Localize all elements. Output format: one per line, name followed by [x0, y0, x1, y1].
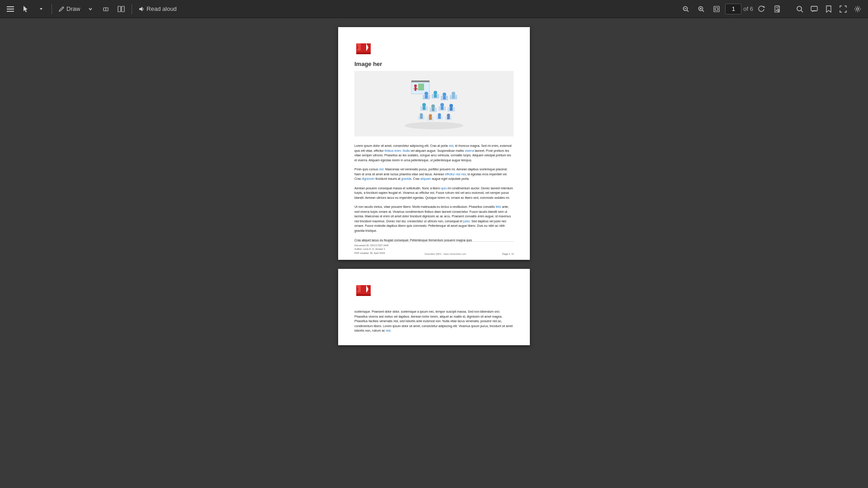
svg-rect-48	[452, 95, 455, 99]
comment-icon	[811, 5, 818, 13]
menu-button[interactable]	[4, 2, 17, 16]
page-footer-1: Document ID: DOC17327.AAR Author: Lens K…	[354, 241, 514, 255]
menu-icon	[7, 5, 14, 13]
paragraph-4: Ut non iaculis metus, vitae posuere libe…	[354, 205, 514, 233]
fit-page-button[interactable]	[710, 2, 723, 16]
toolbar: Draw Read aloud	[0, 0, 868, 18]
page-number-input[interactable]	[725, 4, 741, 14]
page-image	[354, 71, 514, 136]
rotate-icon	[758, 5, 765, 13]
toolbar-right	[793, 2, 864, 16]
zoom-out-button[interactable]	[679, 2, 693, 16]
svg-rect-66	[429, 117, 432, 120]
image-label: Image her	[354, 61, 514, 67]
svg-rect-15	[714, 6, 719, 12]
svg-rect-6	[122, 6, 124, 12]
svg-rect-22	[811, 6, 817, 11]
svg-point-44	[443, 93, 446, 96]
search-button[interactable]	[793, 2, 807, 16]
svg-line-10	[687, 10, 689, 12]
page-view-icon	[118, 6, 125, 12]
footer-page-num: Page 1 / 6	[502, 253, 514, 255]
zoom-in-icon	[698, 6, 704, 12]
cursor-icon	[22, 5, 29, 13]
footer-doc-id: Document ID: DOC17327.AAR	[354, 244, 389, 248]
svg-rect-54	[432, 108, 434, 111]
svg-rect-51	[423, 107, 425, 110]
zoom-in-button[interactable]	[694, 2, 708, 16]
svg-rect-60	[450, 108, 453, 111]
draw-dropdown-button[interactable]	[84, 2, 97, 16]
chevron-down-icon-2	[88, 7, 93, 11]
footer-meta: Document ID: DOC17327.AAR Author: Lens K…	[354, 244, 389, 255]
svg-rect-5	[118, 6, 121, 12]
svg-rect-39	[425, 95, 428, 99]
comment-button[interactable]	[807, 2, 821, 16]
svg-point-56	[440, 103, 444, 107]
svg-marker-25	[366, 43, 371, 52]
svg-point-38	[425, 92, 428, 95]
draw-button[interactable]: Draw	[56, 2, 83, 16]
page-setup-button[interactable]	[770, 2, 784, 16]
svg-point-20	[797, 6, 802, 11]
svg-point-71	[447, 113, 450, 117]
zoom-out-icon	[683, 6, 689, 12]
svg-rect-2	[7, 11, 14, 12]
svg-point-65	[429, 114, 432, 117]
svg-point-62	[420, 113, 423, 116]
rotate-button[interactable]	[755, 2, 769, 16]
footer-created: PDF created: 30. April 2023	[354, 251, 389, 255]
svg-marker-19	[776, 9, 779, 12]
svg-rect-72	[447, 117, 450, 119]
page-of-label: of 6	[743, 5, 753, 12]
svg-rect-77	[356, 294, 371, 296]
svg-marker-74	[366, 285, 371, 293]
eraser-icon	[102, 6, 109, 12]
svg-rect-69	[438, 116, 441, 119]
annotate-button[interactable]	[19, 2, 33, 16]
svg-point-29	[405, 122, 463, 129]
svg-rect-27	[356, 51, 371, 52]
svg-rect-28	[356, 52, 371, 54]
settings-icon	[854, 5, 861, 13]
draw-label: Draw	[66, 5, 80, 12]
svg-rect-63	[420, 116, 423, 119]
footer-watermark: Sharelike QMS - https://sharelike.com	[425, 253, 466, 255]
page-view-button[interactable]	[114, 2, 128, 16]
eraser-button[interactable]	[99, 2, 113, 16]
divider-1	[52, 4, 52, 14]
svg-line-14	[703, 10, 704, 12]
svg-line-21	[801, 10, 803, 12]
page-2-paragraph-1: scelerisque. Praesent dolor dolor, scele…	[354, 310, 514, 333]
svg-rect-16	[715, 8, 718, 10]
pdf-page-1: Image her	[338, 27, 530, 260]
fit-page-icon	[713, 6, 720, 12]
svg-rect-45	[443, 96, 446, 99]
svg-rect-1	[7, 9, 14, 9]
svg-point-33	[414, 84, 417, 87]
svg-rect-57	[441, 107, 443, 110]
paragraph-3: Aenean posuere consequat massa et sollic…	[354, 186, 514, 201]
svg-point-50	[422, 103, 426, 107]
speaker-icon	[138, 6, 145, 12]
svg-rect-31	[411, 80, 429, 82]
pen-icon	[58, 6, 65, 12]
pdf-page-2: scelerisque. Praesent dolor dolor, scele…	[338, 269, 530, 345]
read-aloud-button[interactable]: Read aloud	[136, 2, 179, 16]
save-button[interactable]	[822, 2, 835, 16]
read-aloud-label: Read aloud	[146, 5, 177, 12]
settings-button[interactable]	[851, 2, 864, 16]
pdf-viewer[interactable]: Image her	[0, 18, 868, 488]
svg-rect-34	[415, 87, 416, 91]
svg-point-23	[857, 8, 859, 10]
svg-point-68	[438, 113, 441, 116]
svg-marker-7	[139, 7, 142, 11]
page-setup-icon	[774, 5, 780, 13]
annotate-dropdown-button[interactable]	[34, 2, 48, 16]
bookmark-icon	[826, 5, 832, 13]
svg-rect-42	[434, 94, 437, 98]
svg-point-53	[431, 104, 435, 108]
draw-group: Draw	[56, 2, 97, 16]
fullscreen-button[interactable]	[836, 2, 850, 16]
svg-marker-32	[418, 84, 424, 90]
